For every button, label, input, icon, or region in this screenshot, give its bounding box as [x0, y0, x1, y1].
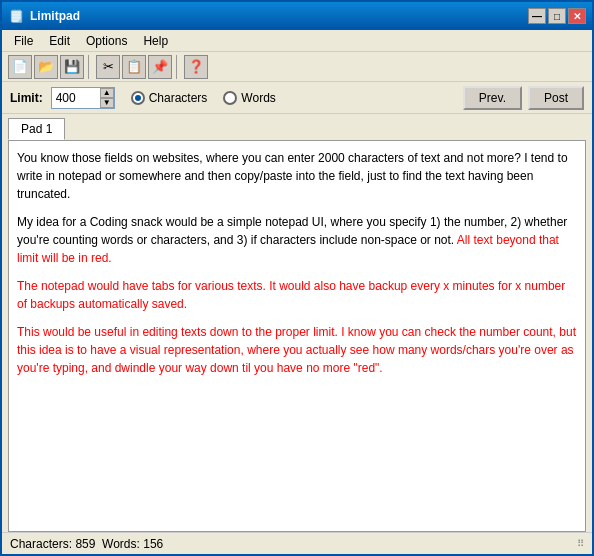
limit-row: Limit: ▲ ▼ Characters Words Prev. Post	[2, 82, 592, 114]
window-title: Limitpad	[30, 9, 80, 23]
cut-button[interactable]: ✂	[96, 55, 120, 79]
words-status-value: 156	[143, 537, 163, 551]
radio-characters-circle	[131, 91, 145, 105]
paragraph-4: This would be useful in editing texts do…	[17, 323, 577, 377]
radio-words[interactable]: Words	[223, 91, 275, 105]
content-area: You know those fields on websites, where…	[8, 140, 586, 532]
maximize-button[interactable]: □	[548, 8, 566, 24]
minimize-button[interactable]: —	[528, 8, 546, 24]
para3-text: The notepad would have tabs for various …	[17, 279, 565, 311]
text-editor[interactable]: You know those fields on websites, where…	[9, 141, 585, 531]
save-button[interactable]: 💾	[60, 55, 84, 79]
menu-help[interactable]: Help	[135, 32, 176, 50]
new-button[interactable]: 📄	[8, 55, 32, 79]
limit-input[interactable]	[52, 88, 100, 108]
help-button[interactable]: ❓	[184, 55, 208, 79]
chars-status-value: 859	[75, 537, 95, 551]
close-button[interactable]: ✕	[568, 8, 586, 24]
tab-pad1-label: Pad 1	[21, 122, 52, 136]
menu-file[interactable]: File	[6, 32, 41, 50]
spin-down-button[interactable]: ▼	[100, 98, 114, 108]
menu-edit[interactable]: Edit	[41, 32, 78, 50]
paste-button[interactable]: 📌	[148, 55, 172, 79]
menu-bar: File Edit Options Help	[2, 30, 592, 52]
prev-button[interactable]: Prev.	[463, 86, 522, 110]
title-bar-left: 🗒️ Limitpad	[8, 8, 80, 24]
app-icon: 🗒️	[8, 8, 24, 24]
spin-up-button[interactable]: ▲	[100, 88, 114, 98]
paragraph-2: My idea for a Coding snack would be a si…	[17, 213, 577, 267]
tabs-area: Pad 1	[2, 114, 592, 140]
toolbar-separator-1	[88, 55, 92, 79]
resize-grip[interactable]: ⠿	[577, 538, 584, 549]
para4-text: This would be useful in editing texts do…	[17, 325, 576, 375]
radio-characters[interactable]: Characters	[131, 91, 208, 105]
tab-pad1[interactable]: Pad 1	[8, 118, 65, 140]
radio-characters-label: Characters	[149, 91, 208, 105]
spin-buttons: ▲ ▼	[100, 88, 114, 108]
chars-status-label: Characters:	[10, 537, 72, 551]
words-status-label: Words:	[102, 537, 140, 551]
paragraph-1: You know those fields on websites, where…	[17, 149, 577, 203]
limit-label: Limit:	[10, 91, 43, 105]
radio-words-label: Words	[241, 91, 275, 105]
copy-button[interactable]: 📋	[122, 55, 146, 79]
paragraph-3: The notepad would have tabs for various …	[17, 277, 577, 313]
status-bar: Characters: 859 Words: 156 ⠿	[2, 532, 592, 554]
mode-radio-group: Characters Words	[131, 91, 276, 105]
radio-words-circle	[223, 91, 237, 105]
limit-input-wrapper: ▲ ▼	[51, 87, 115, 109]
open-button[interactable]: 📂	[34, 55, 58, 79]
title-bar: 🗒️ Limitpad — □ ✕	[2, 2, 592, 30]
post-button[interactable]: Post	[528, 86, 584, 110]
window-controls: — □ ✕	[528, 8, 586, 24]
menu-options[interactable]: Options	[78, 32, 135, 50]
toolbar-separator-2	[176, 55, 180, 79]
nav-buttons: Prev. Post	[463, 86, 584, 110]
main-window: 🗒️ Limitpad — □ ✕ File Edit Options Help…	[0, 0, 594, 556]
para1-text: You know those fields on websites, where…	[17, 151, 568, 201]
toolbar: 📄 📂 💾 ✂ 📋 📌 ❓	[2, 52, 592, 82]
